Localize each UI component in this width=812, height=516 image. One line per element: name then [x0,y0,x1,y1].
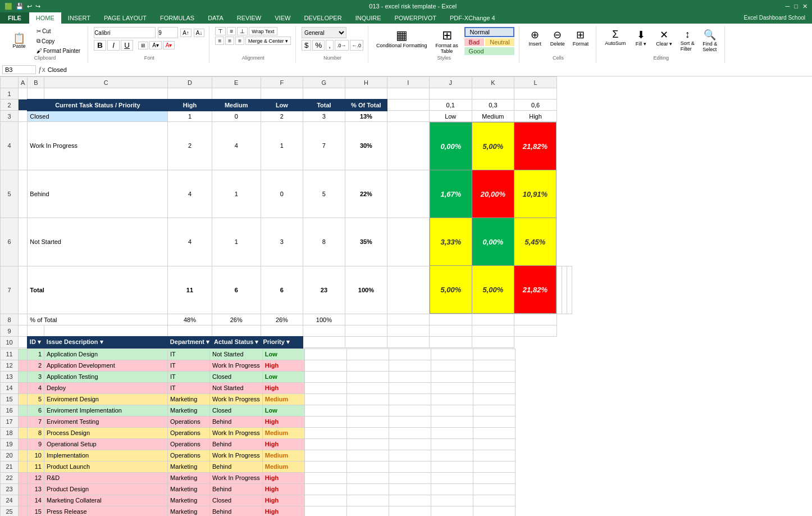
cell-i10[interactable] [345,337,387,348]
cell-c1[interactable] [44,88,168,99]
cell-dept-25[interactable]: Marketing [168,506,210,516]
cell-l12[interactable] [473,360,515,371]
cell-h16[interactable] [304,405,346,416]
row-num-7[interactable]: 7 [1,266,19,314]
row-num-24[interactable]: 24 [1,495,19,506]
row-num-1[interactable]: 1 [1,88,19,99]
cell-j8[interactable] [429,314,472,325]
cell-d8[interactable]: 48% [168,314,212,325]
row-num-18[interactable]: 18 [1,427,19,438]
cell-desc-12[interactable]: Application Development [44,360,168,371]
row-num-19[interactable]: 19 [1,438,19,450]
cell-k23[interactable] [431,483,473,495]
cell-d5[interactable]: 4 [168,170,212,218]
col-medium-header[interactable]: Medium [212,99,261,111]
cell-a25[interactable] [19,506,28,516]
row-num-21[interactable]: 21 [1,461,19,472]
tab-data[interactable]: DATA [201,12,230,24]
cell-h25[interactable] [304,506,346,516]
cell-l17[interactable] [473,416,515,427]
cell-a20[interactable] [19,450,28,461]
col-header-l[interactable]: L [514,77,557,88]
cell-dept-17[interactable]: Operations [168,416,210,427]
cell-e4[interactable]: 4 [212,122,261,170]
sort-filter-button[interactable]: ↕ Sort &Filter [677,27,697,54]
tab-formulas[interactable]: FORMULAS [153,12,201,24]
col-header-e[interactable]: E [212,77,261,88]
border-button[interactable]: ⊞ [138,42,148,49]
cell-e8[interactable]: 26% [212,314,261,325]
cell-k11[interactable] [431,348,473,360]
cell-k20[interactable] [431,450,473,461]
cell-k18[interactable] [431,427,473,438]
cell-k22[interactable] [431,472,473,483]
cell-k14[interactable] [431,382,473,393]
cell-l1[interactable] [514,88,557,99]
cell-a15[interactable] [19,393,28,405]
tab-powerpivot[interactable]: POWERPIVOT [387,12,443,24]
row-num-5[interactable]: 5 [1,170,19,218]
style-normal-button[interactable]: Normal [464,27,514,37]
col-header-b[interactable]: B [28,77,44,88]
cell-a14[interactable] [19,382,28,393]
cell-a19[interactable] [19,438,28,450]
cell-a23[interactable] [19,483,28,495]
cell-dept-19[interactable]: Operations [168,438,210,450]
cell-h21[interactable] [304,461,346,472]
wrap-text-button[interactable]: Wrap Text [249,27,277,35]
cell-i21[interactable] [346,461,389,472]
clear-button[interactable]: ✕ Clear ▾ [653,27,675,54]
cell-status-17[interactable]: Behind [210,416,263,427]
minimize-button[interactable]: ─ [786,3,790,10]
font-size-select[interactable] [158,27,178,38]
style-bad-button[interactable]: Bad [464,38,485,46]
cell-priority-23[interactable]: High [262,483,304,495]
cell-k1[interactable] [472,88,514,99]
col-pct-header[interactable]: % Of Total [345,99,387,111]
cell-g5[interactable]: 5 [303,170,345,218]
cell-k10[interactable] [429,337,472,348]
row-num-23[interactable]: 23 [1,483,19,495]
align-center-button[interactable]: ≡ [225,37,234,45]
cell-l14[interactable] [473,382,515,393]
cell-priority-17[interactable]: High [262,416,304,427]
delete-button[interactable]: ⊖ Delete [548,27,568,48]
cell-g6[interactable]: 8 [303,218,345,266]
cell-i17[interactable] [346,416,389,427]
col-header-i[interactable]: I [387,77,429,88]
cell-h15[interactable] [304,393,346,405]
italic-button[interactable]: I [107,40,120,51]
cell-id-16[interactable]: 6 [28,405,44,416]
col-header-j[interactable]: J [429,77,472,88]
cell-status-11[interactable]: Not Started [210,348,263,360]
col-high-header[interactable]: High [168,99,212,111]
cell-j24[interactable] [389,495,431,506]
tab-page-layout[interactable]: PAGE LAYOUT [97,12,153,24]
row-num-9[interactable]: 9 [1,325,19,337]
number-format-select[interactable]: General [302,27,346,38]
cell-priority-22[interactable]: High [262,472,304,483]
cell-priority-24[interactable]: High [262,495,304,506]
comma-button[interactable]: , [326,40,334,51]
font-color-button[interactable]: A▾ [163,41,175,49]
close-button[interactable]: ✕ [802,3,808,10]
cut-button[interactable]: ✂ Cut [34,27,83,35]
cell-k7[interactable] [562,266,567,314]
cell-a21[interactable] [19,461,28,472]
cell-a24[interactable] [19,495,28,506]
cell-g9[interactable] [303,325,345,337]
cell-a11[interactable] [19,348,28,360]
format-as-table-button[interactable]: ⊞ Format asTable [433,27,461,55]
percent-button[interactable]: % [312,40,325,51]
cell-i4[interactable] [387,122,429,170]
cell-j13[interactable] [389,371,431,382]
issue-hdr-desc[interactable]: Issue Description ▾ [44,337,168,348]
fill-button[interactable]: ⬇ Fill ▾ [631,27,651,54]
row-num-4[interactable]: 4 [1,122,19,170]
cell-h8[interactable] [345,314,387,325]
cell-id-25[interactable]: 15 [28,506,44,516]
cell-e1[interactable] [212,88,261,99]
cell-i6[interactable] [387,218,429,266]
cell-a3[interactable] [19,111,28,122]
style-good-button[interactable]: Good [464,47,514,55]
